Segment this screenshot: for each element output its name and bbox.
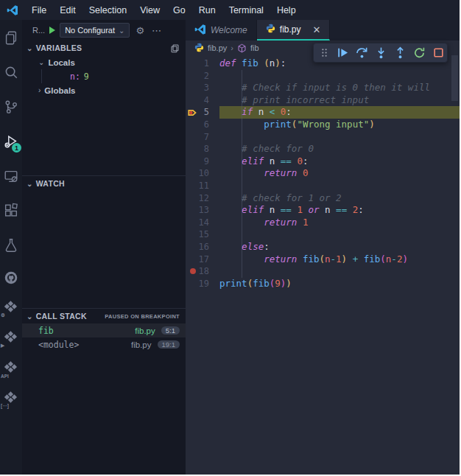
menu-item-edit[interactable]: Edit xyxy=(53,0,82,20)
breadcrumb-file[interactable]: fib.py xyxy=(208,43,227,52)
code-line: 13 elif n == 1 or n == 2: xyxy=(186,204,460,217)
code-line-content: return fib(n-1) + fib(n-2) xyxy=(219,253,460,266)
call-stack-section: ⌄ CALL STACK PAUSED ON BREAKPOINT fibfib… xyxy=(22,308,186,475)
menu-item-help[interactable]: Help xyxy=(270,0,303,20)
globals-label: Globals xyxy=(44,86,75,95)
globals-tree-item[interactable]: › Globals xyxy=(22,83,186,97)
code-line: 5 if n < 0: xyxy=(186,106,460,119)
ext-api-icon[interactable]: API xyxy=(0,353,22,383)
indent-guide xyxy=(242,131,242,144)
line-number: 19 xyxy=(186,278,219,290)
indent-guide xyxy=(242,204,242,217)
test-beaker-icon[interactable] xyxy=(0,228,22,262)
tab-fib-py[interactable]: fib.py✕ xyxy=(257,20,331,41)
code-line: 10 return 0 xyxy=(186,167,460,180)
stack-frame[interactable]: fibfib.py5:1 xyxy=(22,323,186,337)
indent-guide xyxy=(242,192,242,205)
call-stack-title: CALL STACK xyxy=(36,312,87,321)
start-debug-icon[interactable] xyxy=(49,27,55,34)
drag-grip-icon[interactable] xyxy=(318,46,331,59)
menu-item-file[interactable]: File xyxy=(25,0,53,20)
gear-icon[interactable]: ⚙ xyxy=(136,25,144,36)
code-line-content: print(fib(9)) xyxy=(219,278,460,290)
run-panel-header: R... No Configurat ⌄ ⚙ ⋯ xyxy=(22,20,186,41)
ext-dots-icon[interactable]: [⋯] xyxy=(0,383,22,413)
code-line-content: elif n == 1 or n == 2: xyxy=(219,204,460,217)
remote-explorer-icon[interactable] xyxy=(0,158,22,193)
debug-sidebar: R... No Configurat ⌄ ⚙ ⋯ ⌄ VARIABLES ⌄ xyxy=(22,20,186,475)
code-line-content: # print incorrect input xyxy=(219,94,460,107)
line-number: 2 xyxy=(186,70,219,83)
menu-item-go[interactable]: Go xyxy=(166,0,192,20)
ext-play-icon[interactable]: ▶ xyxy=(0,323,22,353)
code-line-content: # check for 1 or 2 xyxy=(219,192,460,205)
stop-icon[interactable] xyxy=(431,45,446,60)
ext-gear-icon[interactable]: ⚙ xyxy=(0,293,22,323)
step-out-icon[interactable] xyxy=(393,45,408,60)
code-line: 4 # print incorrect input xyxy=(186,94,460,107)
code-line: 6 print("Wrong input") xyxy=(186,119,460,131)
locals-tree-item[interactable]: ⌄ Locals xyxy=(22,55,186,69)
code-line: 11 xyxy=(186,180,460,192)
indent-guide xyxy=(242,94,242,107)
line-number: 11 xyxy=(186,180,219,192)
code-line: 9 elif n == 0: xyxy=(186,155,460,168)
menu-item-run[interactable]: Run xyxy=(192,0,222,20)
indent-guide xyxy=(242,241,242,253)
chevron-down-icon: ⌄ xyxy=(27,44,33,52)
step-into-icon[interactable] xyxy=(373,45,389,60)
extensions-icon[interactable] xyxy=(0,193,22,228)
line-number: 16 xyxy=(186,241,219,253)
explorer-icon[interactable] xyxy=(0,20,22,55)
code-line-content: elif n == 0: xyxy=(219,155,460,168)
code-line: 19print(fib(9)) xyxy=(186,278,460,290)
run-debug-icon[interactable]: 1 xyxy=(0,124,22,158)
code-line-content: return 0 xyxy=(219,167,460,180)
indent-guide xyxy=(242,119,242,131)
breadcrumb-symbol[interactable]: fib xyxy=(250,43,259,52)
menu-items: FileEditSelectionViewGoRunTerminalHelp xyxy=(25,0,303,20)
menu-item-selection[interactable]: Selection xyxy=(82,0,133,20)
line-number: 7 xyxy=(186,131,219,144)
call-stack-frames: fibfib.py5:1<module>fib.py19:1 xyxy=(22,323,186,351)
code-line-content xyxy=(219,265,460,278)
indent-guide xyxy=(242,228,242,241)
tab-welcome[interactable]: Welcome xyxy=(186,20,257,41)
activity-bar: 1⚙▶API[⋯] xyxy=(0,20,22,475)
github-icon[interactable] xyxy=(0,262,22,293)
close-icon[interactable]: ✕ xyxy=(312,24,320,35)
continue-icon[interactable] xyxy=(335,45,351,60)
menu-bar: FileEditSelectionViewGoRunTerminalHelp xyxy=(0,0,460,20)
source-control-icon[interactable] xyxy=(0,89,22,124)
editor-group: Welcomefib.py✕ fib.py › fib 1def fib (n)… xyxy=(186,20,460,475)
chevron-right-icon: › xyxy=(38,86,41,94)
debug-toolbar xyxy=(313,43,448,63)
stack-frame[interactable]: <module>fib.py19:1 xyxy=(22,337,186,351)
variables-header[interactable]: ⌄ VARIABLES xyxy=(22,41,186,55)
restart-icon[interactable] xyxy=(412,45,427,60)
indent-guide xyxy=(242,106,242,119)
menu-item-view[interactable]: View xyxy=(133,0,166,20)
code-line-content xyxy=(219,70,460,83)
symbol-cube-icon xyxy=(237,43,247,53)
current-line-breakpoint-icon[interactable] xyxy=(188,108,198,118)
watch-header[interactable]: ⌄ WATCH xyxy=(22,176,186,191)
code-editor[interactable]: 1def fib (n):23 # Check if input is 0 th… xyxy=(186,55,460,475)
code-line-content xyxy=(219,180,460,192)
search-icon[interactable] xyxy=(0,55,22,89)
variable-n-row[interactable]: n: 9 xyxy=(41,69,186,83)
step-over-icon[interactable] xyxy=(354,45,370,60)
python-icon xyxy=(266,24,275,35)
code-line-content: # check for 0 xyxy=(219,143,460,155)
debug-count-badge: 1 xyxy=(12,143,21,153)
debug-config-dropdown[interactable]: No Configurat ⌄ xyxy=(60,23,130,38)
python-file-icon xyxy=(194,43,204,54)
watch-section: ⌄ WATCH xyxy=(22,175,186,308)
more-actions-icon[interactable]: ⋯ xyxy=(152,25,162,36)
call-stack-header[interactable]: ⌄ CALL STACK PAUSED ON BREAKPOINT xyxy=(22,309,186,323)
code-line-content: print("Wrong input") xyxy=(219,119,460,131)
line-number: 10 xyxy=(186,167,219,180)
menu-item-terminal[interactable]: Terminal xyxy=(222,0,270,20)
watch-title: WATCH xyxy=(36,179,65,188)
copy-value-icon[interactable] xyxy=(170,43,180,53)
